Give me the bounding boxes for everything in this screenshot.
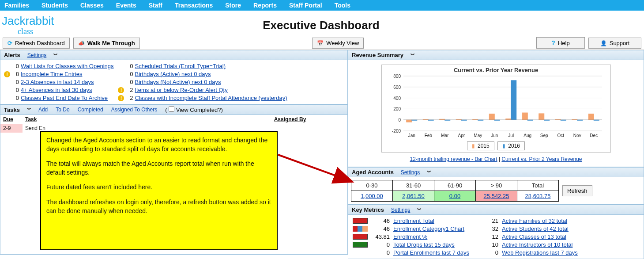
tasks-add-link[interactable]: Add: [38, 107, 48, 113]
aged-value-link[interactable]: 25,542.25: [476, 193, 517, 199]
metric-link[interactable]: Active Families of 32 total: [502, 218, 567, 224]
alert-link[interactable]: Incomplete Time Entries: [21, 71, 82, 77]
nav-families[interactable]: Families: [4, 2, 29, 9]
alert-link[interactable]: Birthdays (Not Active) next 0 days: [135, 79, 221, 85]
metric-link[interactable]: Active Instructors of 10 total: [502, 241, 572, 248]
trailing-revenue-link[interactable]: 12-month trailing revenue - Bar Chart: [410, 156, 497, 162]
nav-events[interactable]: Events: [116, 2, 136, 9]
alert-row: !2Items at or below Re-Order Alert Qty: [118, 87, 287, 93]
nav-classes[interactable]: Classes: [80, 2, 104, 9]
metric-value: 0: [371, 241, 390, 248]
aged-cell: 0.00: [434, 191, 476, 202]
swatch-icon: [353, 242, 368, 248]
aged-settings-link[interactable]: Settings: [401, 169, 420, 176]
chevrons-icon[interactable]: ︾: [417, 207, 422, 213]
nav-transactions[interactable]: Transactions: [175, 2, 213, 9]
aged-value-link[interactable]: 28,603.75: [517, 193, 558, 199]
svg-text:400: 400: [393, 96, 401, 101]
alert-link[interactable]: Items at or below Re-Order Alert Qty: [135, 87, 227, 93]
alert-count: 0: [12, 63, 19, 69]
nav-staff-portal[interactable]: Staff Portal: [289, 2, 322, 9]
alert-link[interactable]: Birthdays (Active) next 0 days: [135, 71, 211, 77]
aged-col: Total: [517, 180, 559, 191]
metric-link[interactable]: Enrollment Total: [393, 218, 434, 224]
col-due[interactable]: Due: [0, 115, 23, 124]
alert-link[interactable]: Wait Lists for Classes with Openings: [21, 63, 113, 69]
alert-link[interactable]: Classes Past End Date To Archive: [21, 95, 108, 101]
refresh-dashboard-button[interactable]: Refresh Dashboard: [3, 38, 70, 49]
metric-value: 12: [487, 233, 498, 240]
aged-title: Aged Accounts: [352, 169, 394, 176]
svg-text:May: May: [474, 133, 482, 138]
legend-2016-label: 2016: [508, 143, 520, 149]
metric-link[interactable]: Portal Enrollments last 7 days: [393, 249, 469, 256]
weekly-view-button[interactable]: Weekly View: [312, 38, 364, 49]
aged-col: > 90: [476, 180, 517, 191]
weekly-label: Weekly View: [326, 40, 359, 46]
alerts-panel: Alerts Settings ︾ 0Wait Lists for Classe…: [0, 50, 348, 104]
metrics-settings-link[interactable]: Settings: [391, 207, 410, 213]
alert-link[interactable]: 4+ Absences in last 30 days: [21, 87, 92, 93]
tasks-completed-link[interactable]: Completed: [78, 107, 103, 113]
svg-text:800: 800: [393, 74, 401, 79]
alert-link[interactable]: Scheduled Trials (Enroll Type=Trial): [135, 63, 226, 69]
tasks-assigned-link[interactable]: Assigned To Others: [111, 107, 158, 113]
aged-value-link[interactable]: 0.00: [434, 193, 475, 199]
help-button[interactable]: Help: [536, 37, 585, 49]
metric-link[interactable]: Active Classes of 13 total: [502, 233, 566, 240]
person-icon: [600, 40, 607, 46]
metric-link[interactable]: Active Students of 42 total: [502, 225, 569, 232]
alert-count: 0: [12, 79, 19, 85]
col-assigned-by[interactable]: Assigned By: [233, 115, 347, 124]
revenue-header: Revenue Summary ︾: [348, 50, 644, 60]
chevrons-icon[interactable]: ︾: [411, 52, 415, 58]
alerts-settings-link[interactable]: Settings: [27, 52, 46, 58]
col-task[interactable]: Task: [23, 115, 233, 124]
svg-rect-45: [588, 114, 594, 120]
metric-link[interactable]: Enrollment %: [393, 233, 427, 240]
task-due: 2-9: [0, 124, 23, 133]
walk-me-through-button[interactable]: Walk Me Through: [73, 38, 140, 49]
key-metrics-panel: Key Metrics Settings ︾ 46Enrollment Tota…: [348, 205, 644, 259]
support-button[interactable]: Support: [588, 38, 641, 49]
alert-link[interactable]: 2-3 Absences in last 14 days: [21, 79, 94, 85]
top-nav: FamiliesStudentsClassesEventsStaffTransa…: [0, 0, 644, 11]
tasks-header: Tasks ︾ Add To Do Completed Assigned To …: [0, 105, 347, 115]
warning-icon: !: [4, 71, 10, 77]
logo-top: Jackrabbit: [2, 14, 72, 28]
revenue-chart: Current vs. Prior Year Revenue -20002004…: [381, 65, 611, 153]
nav-store[interactable]: Store: [225, 2, 241, 9]
svg-rect-27: [489, 114, 494, 120]
legend-2016[interactable]: ▮ 2016: [497, 141, 525, 150]
view-completed-checkbox[interactable]: [169, 106, 174, 112]
metric-value: 0: [371, 249, 390, 256]
metric-row: 0Total Drops last 15 days: [353, 241, 469, 248]
svg-text:Mar: Mar: [441, 133, 449, 138]
metric-value: 21: [487, 218, 498, 224]
chevrons-icon[interactable]: ︾: [427, 169, 431, 176]
aged-col: 31-60: [393, 180, 434, 191]
swatch-icon: [353, 218, 368, 224]
metric-row: 10Active Instructors of 10 total: [487, 241, 578, 248]
chevrons-icon[interactable]: ︾: [27, 107, 31, 113]
nav-students[interactable]: Students: [41, 2, 68, 9]
revenue-summary-panel: Revenue Summary ︾ Current vs. Prior Year…: [348, 50, 644, 167]
metric-link[interactable]: Total Drops last 15 days: [393, 241, 455, 248]
aged-value-link[interactable]: 2,061.50: [393, 193, 434, 199]
legend-2015[interactable]: ▮ 2015: [467, 141, 494, 150]
metric-row: 21Active Families of 32 total: [487, 218, 578, 224]
tasks-todo-link[interactable]: To Do: [56, 107, 69, 113]
aged-refresh-button[interactable]: Refresh: [562, 185, 592, 196]
metric-link[interactable]: Enrollment Category1 Chart: [393, 225, 464, 232]
svg-rect-12: [406, 120, 411, 122]
nav-reports[interactable]: Reports: [253, 2, 277, 9]
alerts-header: Alerts Settings ︾: [0, 50, 347, 60]
prior-2-years-link[interactable]: Current vs. Prior 2 Years Revenue: [501, 156, 582, 162]
alert-link[interactable]: Classes with Incomplete Staff Portal Att…: [135, 95, 287, 101]
chart-links: 12-month trailing revenue - Bar Chart | …: [352, 154, 640, 164]
chevrons-icon[interactable]: ︾: [53, 52, 58, 58]
metric-link[interactable]: Web Registrations last 7 days: [502, 249, 578, 256]
svg-text:Nov: Nov: [573, 133, 581, 138]
nav-staff[interactable]: Staff: [149, 2, 162, 9]
nav-tools[interactable]: Tools: [335, 2, 350, 9]
